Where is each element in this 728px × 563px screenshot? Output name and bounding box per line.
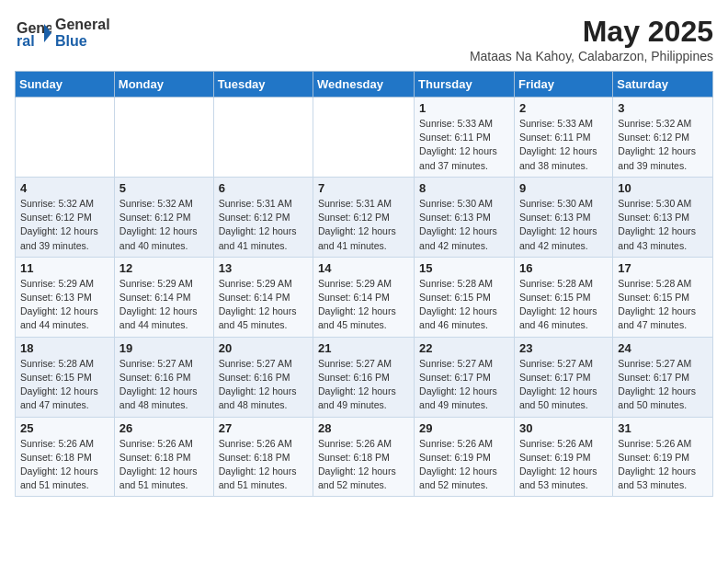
- calendar-week-row: 25Sunrise: 5:26 AM Sunset: 6:18 PM Dayli…: [16, 417, 713, 497]
- calendar-week-row: 4Sunrise: 5:32 AM Sunset: 6:12 PM Daylig…: [16, 177, 713, 257]
- table-row: [213, 98, 313, 178]
- day-info: Sunrise: 5:29 AM Sunset: 6:14 PM Dayligh…: [119, 277, 209, 333]
- day-number: 16: [519, 261, 608, 275]
- table-row: 15Sunrise: 5:28 AM Sunset: 6:15 PM Dayli…: [415, 257, 515, 337]
- day-number: 28: [318, 421, 409, 435]
- day-info: Sunrise: 5:32 AM Sunset: 6:12 PM Dayligh…: [119, 197, 209, 253]
- table-row: 29Sunrise: 5:26 AM Sunset: 6:19 PM Dayli…: [415, 417, 515, 497]
- day-number: 17: [618, 261, 708, 275]
- day-number: 30: [519, 421, 608, 435]
- table-row: 31Sunrise: 5:26 AM Sunset: 6:19 PM Dayli…: [613, 417, 713, 497]
- day-info: Sunrise: 5:28 AM Sunset: 6:15 PM Dayligh…: [618, 277, 708, 333]
- day-number: 13: [219, 261, 308, 275]
- table-row: [16, 98, 115, 178]
- day-info: Sunrise: 5:30 AM Sunset: 6:13 PM Dayligh…: [519, 197, 608, 253]
- day-info: Sunrise: 5:26 AM Sunset: 6:19 PM Dayligh…: [519, 437, 608, 493]
- day-info: Sunrise: 5:26 AM Sunset: 6:19 PM Dayligh…: [618, 437, 708, 493]
- day-info: Sunrise: 5:28 AM Sunset: 6:15 PM Dayligh…: [20, 357, 109, 413]
- table-row: 7Sunrise: 5:31 AM Sunset: 6:12 PM Daylig…: [313, 177, 415, 257]
- table-row: 28Sunrise: 5:26 AM Sunset: 6:18 PM Dayli…: [313, 417, 415, 497]
- table-row: 26Sunrise: 5:26 AM Sunset: 6:18 PM Dayli…: [114, 417, 213, 497]
- day-number: 7: [318, 181, 409, 195]
- table-row: [313, 98, 415, 178]
- table-row: 5Sunrise: 5:32 AM Sunset: 6:12 PM Daylig…: [114, 177, 213, 257]
- day-info: Sunrise: 5:28 AM Sunset: 6:15 PM Dayligh…: [419, 277, 509, 333]
- day-info: Sunrise: 5:27 AM Sunset: 6:16 PM Dayligh…: [318, 357, 409, 413]
- day-info: Sunrise: 5:32 AM Sunset: 6:12 PM Dayligh…: [618, 117, 708, 173]
- table-row: 14Sunrise: 5:29 AM Sunset: 6:14 PM Dayli…: [313, 257, 415, 337]
- day-info: Sunrise: 5:26 AM Sunset: 6:19 PM Dayligh…: [419, 437, 509, 493]
- table-row: 22Sunrise: 5:27 AM Sunset: 6:17 PM Dayli…: [415, 337, 515, 417]
- day-info: Sunrise: 5:33 AM Sunset: 6:11 PM Dayligh…: [419, 117, 509, 173]
- table-row: [114, 98, 213, 178]
- day-info: Sunrise: 5:27 AM Sunset: 6:16 PM Dayligh…: [119, 357, 209, 413]
- table-row: 11Sunrise: 5:29 AM Sunset: 6:13 PM Dayli…: [16, 257, 115, 337]
- day-info: Sunrise: 5:31 AM Sunset: 6:12 PM Dayligh…: [318, 197, 409, 253]
- header-wednesday: Wednesday: [313, 72, 415, 98]
- day-number: 14: [318, 261, 409, 275]
- day-number: 23: [519, 341, 608, 355]
- day-info: Sunrise: 5:26 AM Sunset: 6:18 PM Dayligh…: [119, 437, 209, 493]
- day-info: Sunrise: 5:27 AM Sunset: 6:17 PM Dayligh…: [618, 357, 708, 413]
- calendar-week-row: 18Sunrise: 5:28 AM Sunset: 6:15 PM Dayli…: [16, 337, 713, 417]
- day-number: 20: [219, 341, 308, 355]
- svg-text:ral: ral: [17, 33, 35, 49]
- header-tuesday: Tuesday: [213, 72, 313, 98]
- table-row: 25Sunrise: 5:26 AM Sunset: 6:18 PM Dayli…: [16, 417, 115, 497]
- table-row: 13Sunrise: 5:29 AM Sunset: 6:14 PM Dayli…: [213, 257, 313, 337]
- table-row: 30Sunrise: 5:26 AM Sunset: 6:19 PM Dayli…: [514, 417, 612, 497]
- header-sunday: Sunday: [16, 72, 115, 98]
- day-number: 15: [419, 261, 509, 275]
- page-header: Gene ral General Blue May 2025 Mataas Na…: [15, 15, 713, 63]
- day-number: 5: [119, 181, 209, 195]
- header-monday: Monday: [114, 72, 213, 98]
- day-number: 10: [618, 181, 708, 195]
- day-number: 31: [618, 421, 708, 435]
- logo: Gene ral General Blue: [15, 15, 110, 52]
- logo-general-text: General: [55, 17, 110, 33]
- table-row: 24Sunrise: 5:27 AM Sunset: 6:17 PM Dayli…: [613, 337, 713, 417]
- header-saturday: Saturday: [613, 72, 713, 98]
- day-info: Sunrise: 5:32 AM Sunset: 6:12 PM Dayligh…: [20, 197, 109, 253]
- location-subtitle: Mataas Na Kahoy, Calabarzon, Philippines: [470, 49, 713, 63]
- day-info: Sunrise: 5:26 AM Sunset: 6:18 PM Dayligh…: [20, 437, 109, 493]
- table-row: 27Sunrise: 5:26 AM Sunset: 6:18 PM Dayli…: [213, 417, 313, 497]
- day-number: 27: [219, 421, 308, 435]
- day-info: Sunrise: 5:29 AM Sunset: 6:13 PM Dayligh…: [20, 277, 109, 333]
- day-info: Sunrise: 5:27 AM Sunset: 6:17 PM Dayligh…: [419, 357, 509, 413]
- day-number: 19: [119, 341, 209, 355]
- day-info: Sunrise: 5:30 AM Sunset: 6:13 PM Dayligh…: [618, 197, 708, 253]
- table-row: 9Sunrise: 5:30 AM Sunset: 6:13 PM Daylig…: [514, 177, 612, 257]
- table-row: 10Sunrise: 5:30 AM Sunset: 6:13 PM Dayli…: [613, 177, 713, 257]
- day-number: 12: [119, 261, 209, 275]
- table-row: 2Sunrise: 5:33 AM Sunset: 6:11 PM Daylig…: [514, 98, 612, 178]
- table-row: 18Sunrise: 5:28 AM Sunset: 6:15 PM Dayli…: [16, 337, 115, 417]
- day-number: 2: [519, 101, 608, 115]
- day-number: 11: [20, 261, 109, 275]
- day-number: 24: [618, 341, 708, 355]
- calendar-week-row: 1Sunrise: 5:33 AM Sunset: 6:11 PM Daylig…: [16, 98, 713, 178]
- day-number: 25: [20, 421, 109, 435]
- header-friday: Friday: [514, 72, 612, 98]
- day-info: Sunrise: 5:29 AM Sunset: 6:14 PM Dayligh…: [219, 277, 308, 333]
- day-number: 8: [419, 181, 509, 195]
- day-number: 26: [119, 421, 209, 435]
- table-row: 4Sunrise: 5:32 AM Sunset: 6:12 PM Daylig…: [16, 177, 115, 257]
- day-info: Sunrise: 5:26 AM Sunset: 6:18 PM Dayligh…: [318, 437, 409, 493]
- day-info: Sunrise: 5:28 AM Sunset: 6:15 PM Dayligh…: [519, 277, 608, 333]
- day-number: 29: [419, 421, 509, 435]
- table-row: 6Sunrise: 5:31 AM Sunset: 6:12 PM Daylig…: [213, 177, 313, 257]
- day-number: 4: [20, 181, 109, 195]
- day-info: Sunrise: 5:29 AM Sunset: 6:14 PM Dayligh…: [318, 277, 409, 333]
- table-row: 21Sunrise: 5:27 AM Sunset: 6:16 PM Dayli…: [313, 337, 415, 417]
- table-row: 1Sunrise: 5:33 AM Sunset: 6:11 PM Daylig…: [415, 98, 515, 178]
- title-section: May 2025 Mataas Na Kahoy, Calabarzon, Ph…: [470, 15, 713, 63]
- day-info: Sunrise: 5:27 AM Sunset: 6:17 PM Dayligh…: [519, 357, 608, 413]
- table-row: 20Sunrise: 5:27 AM Sunset: 6:16 PM Dayli…: [213, 337, 313, 417]
- table-row: 8Sunrise: 5:30 AM Sunset: 6:13 PM Daylig…: [415, 177, 515, 257]
- day-number: 3: [618, 101, 708, 115]
- calendar-table: Sunday Monday Tuesday Wednesday Thursday…: [15, 71, 713, 497]
- day-info: Sunrise: 5:33 AM Sunset: 6:11 PM Dayligh…: [519, 117, 608, 173]
- day-number: 1: [419, 101, 509, 115]
- calendar-week-row: 11Sunrise: 5:29 AM Sunset: 6:13 PM Dayli…: [16, 257, 713, 337]
